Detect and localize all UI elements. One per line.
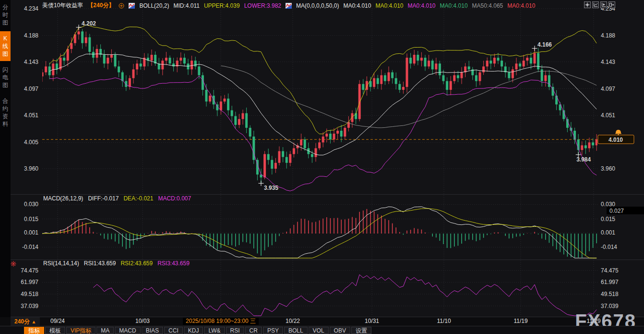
macd-label: MACD(26,12,9) <box>43 195 83 202</box>
ma-value-2: MA0:4.010 <box>375 2 403 9</box>
ma-value-1: MA0:4.010 <box>343 2 371 9</box>
svg-text:4.143: 4.143 <box>601 59 615 65</box>
toolbar-button-7[interactable]: CCI <box>164 327 183 334</box>
boll-label: BOLL(20,2) <box>139 2 169 9</box>
period-label[interactable]: 【240分】 <box>87 1 114 10</box>
svg-text:3.960: 3.960 <box>601 165 615 172</box>
time-label-4: 10/22 <box>286 318 300 325</box>
toolbar-button-14[interactable]: VOL <box>309 327 329 334</box>
svg-text:49.518: 49.518 <box>21 291 38 297</box>
macd-header: MACD(26,12,9) DIFF:-0.017 DEA:-0.021 MAC… <box>43 195 191 202</box>
svg-text:3.960: 3.960 <box>24 165 38 172</box>
svg-text:49.518: 49.518 <box>601 291 619 297</box>
toolbar-button-1[interactable]: 指标 <box>24 327 44 334</box>
svg-text:0.027: 0.027 <box>609 208 624 214</box>
svg-text:4.234: 4.234 <box>24 5 38 12</box>
sidebar-tab-4[interactable]: 合 约 资 料 <box>0 94 11 131</box>
boll-mid: MID:4.011 <box>173 2 199 9</box>
svg-text:4.005: 4.005 <box>24 139 38 146</box>
sidebar-tab-2[interactable]: K 线 图 <box>0 31 11 61</box>
svg-text:4.097: 4.097 <box>24 86 38 92</box>
svg-text:61.997: 61.997 <box>601 279 619 285</box>
toolbar-button-9[interactable]: LW& <box>204 327 225 334</box>
svg-text:0.001: 0.001 <box>24 229 38 236</box>
svg-text:4.188: 4.188 <box>601 32 615 39</box>
time-label-5: 10/31 <box>365 318 379 325</box>
svg-text:4.051: 4.051 <box>601 112 615 119</box>
exit-panel-icon[interactable] <box>608 1 615 8</box>
indicator-toolbar: 指标模板VIP指标MAMACDBIASCCIKDJLW&RSICRPSYBOLL… <box>0 326 644 334</box>
toolbar-button-11[interactable]: CR <box>245 327 262 334</box>
svg-text:4.010: 4.010 <box>608 136 623 143</box>
rsi-label: RSI(14,14,14) <box>43 260 79 267</box>
svg-text:-0.014: -0.014 <box>601 244 617 250</box>
svg-text:4.097: 4.097 <box>601 86 615 92</box>
svg-text:4.143: 4.143 <box>24 59 38 65</box>
toolbar-button-12[interactable]: PSY <box>263 327 283 334</box>
toolbar-button-8[interactable]: KDJ <box>184 327 203 334</box>
svg-text:0.001: 0.001 <box>601 229 615 236</box>
ma-value-3: MA0:4.010 <box>407 2 435 9</box>
chart-tools <box>584 1 615 8</box>
toolbar-button-2[interactable]: 模板 <box>45 327 65 334</box>
ma-indicator-icon[interactable] <box>286 3 292 9</box>
toolbar-button-15[interactable]: OBV <box>330 327 350 334</box>
rsi2-value: RSI2:43.659 <box>120 260 153 267</box>
svg-text:74.475: 74.475 <box>21 267 38 274</box>
sidebar: 分 时 图K 线 图闪 电 图合 约 资 料 <box>0 0 11 317</box>
ma-value-5: MA50:4.065 <box>472 2 503 9</box>
svg-text:4.166: 4.166 <box>537 41 552 48</box>
minus-circle-icon[interactable] <box>119 3 124 9</box>
chart-canvas[interactable]: 4.2023.9354.1663.9844.2344.2344.1884.188… <box>0 0 644 317</box>
time-label-8: 11/29 <box>586 318 600 325</box>
svg-text:0.030: 0.030 <box>24 201 38 208</box>
play-forward-icon[interactable] <box>600 1 607 8</box>
sidebar-tab-1[interactable]: 分 时 图 <box>0 0 11 30</box>
toolbar-button-4[interactable]: MA <box>96 327 114 334</box>
ma-values: MA0:4.010MA0:4.010MA0:4.010MA0:4.010MA50… <box>343 2 535 9</box>
toolbar-button-16[interactable]: 设置 <box>351 327 371 334</box>
zoom-fit-icon[interactable] <box>592 1 599 8</box>
time-axis: 240分 ▲ 09/2410/032025/10/08 19:00~23:00 … <box>0 317 644 326</box>
svg-text:0.015: 0.015 <box>24 216 38 223</box>
candlestick-chart[interactable]: 4.2023.9354.1663.9844.2344.2344.1884.188… <box>0 0 644 317</box>
rsi1-value: RSI1:43.659 <box>84 260 116 267</box>
boll-lower: LOWER:3.982 <box>244 2 281 9</box>
time-label-2: 10/03 <box>135 318 150 325</box>
svg-text:37.039: 37.039 <box>21 303 38 309</box>
macd-dea-value: DEA:-0.021 <box>123 195 153 202</box>
svg-text:4.202: 4.202 <box>82 20 96 27</box>
macd-hist-value: MACD:0.007 <box>158 195 191 202</box>
symbol-title: 美债10年收益率 <box>42 1 83 10</box>
macd-current-box: 0.027 <box>607 207 644 214</box>
toolbar-button-3[interactable]: VIP指标 <box>66 327 95 334</box>
alert-starburst-icon[interactable] <box>11 261 16 267</box>
boll-indicator-icon[interactable] <box>129 3 135 9</box>
ma-label: MA(0,0,0,0,50,0) <box>296 2 339 9</box>
svg-text:4.051: 4.051 <box>24 112 38 119</box>
ma-value-4: MA0:4.010 <box>440 2 468 9</box>
toolbar-button-13[interactable]: BOLL <box>284 327 308 334</box>
sidebar-tab-3[interactable]: 闪 电 图 <box>0 62 11 92</box>
svg-text:74.475: 74.475 <box>601 267 619 274</box>
toolbar-button-10[interactable]: RSI <box>226 327 244 334</box>
current-bar-time-label: 2025/10/08 19:00~23:00 三 <box>183 318 259 325</box>
svg-text:3.935: 3.935 <box>264 185 278 191</box>
toolbar-button-5[interactable]: MACD <box>115 327 140 334</box>
time-labels: 09/2410/032025/10/08 19:00~23:00 三10/221… <box>0 317 644 326</box>
chart-header: 美债10年收益率 【240分】 BOLL(20,2) MID:4.011 UPP… <box>42 1 535 10</box>
svg-text:-0.014: -0.014 <box>22 244 38 250</box>
time-label-1: 09/24 <box>50 318 65 325</box>
rsi-header: RSI(14,14,14) RSI1:43.659 RSI2:43.659 RS… <box>43 260 190 267</box>
toolbar-button-6[interactable]: BIAS <box>142 327 163 334</box>
boll-upper: UPPER:4.039 <box>204 2 240 9</box>
macd-diff-value: DIFF:-0.017 <box>88 195 119 202</box>
time-label-6: 11/10 <box>437 318 451 325</box>
svg-text:3.984: 3.984 <box>576 156 591 163</box>
time-label-7: 11/19 <box>513 318 527 325</box>
svg-text:61.997: 61.997 <box>21 279 38 285</box>
crosshair-tool-icon[interactable] <box>584 1 591 8</box>
svg-text:37.039: 37.039 <box>601 303 619 309</box>
trading-app-window: 4.2023.9354.1663.9844.2344.2344.1884.188… <box>0 0 644 334</box>
rsi3-value: RSI3:43.659 <box>157 260 190 267</box>
